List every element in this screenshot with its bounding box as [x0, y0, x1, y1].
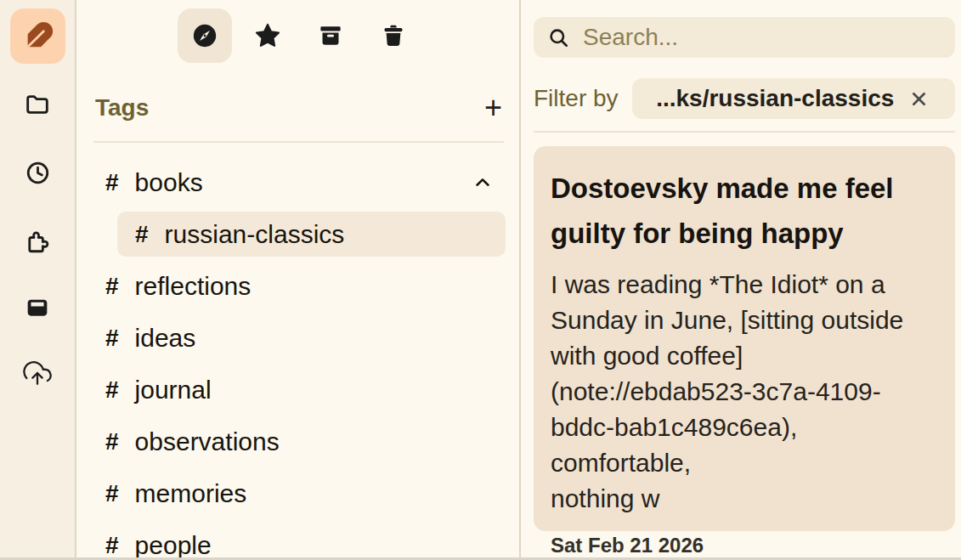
filter-chip-russian-classics[interactable]: ...ks/russian-classics	[632, 78, 955, 119]
notes-divider	[534, 131, 955, 133]
tag-item-reflections[interactable]: # reflections	[92, 263, 506, 308]
puzzle-icon	[23, 226, 52, 255]
filter-by-label: Filter by	[534, 85, 619, 112]
icon-rail	[0, 0, 76, 560]
hash-icon: #	[105, 169, 119, 196]
tag-item-ideas[interactable]: # ideas	[92, 315, 506, 360]
chevron-up-icon[interactable]	[472, 172, 494, 194]
inbox-button[interactable]	[23, 293, 52, 322]
clock-history-icon	[24, 159, 52, 187]
favorites-button[interactable]	[240, 8, 295, 63]
search-icon	[547, 26, 570, 49]
plugins-button[interactable]	[23, 226, 52, 255]
hash-icon: #	[105, 532, 119, 559]
compass-icon	[190, 21, 219, 50]
note-date: Sat Feb 21 2026	[551, 534, 938, 557]
filter-row: Filter by ...ks/russian-classics	[534, 78, 955, 119]
archive-icon	[316, 21, 345, 50]
archive-button[interactable]	[303, 8, 358, 63]
hash-icon: #	[105, 480, 119, 507]
recent-notes-button[interactable]	[23, 158, 52, 187]
tag-item-journal[interactable]: # journal	[92, 367, 506, 412]
search-input[interactable]	[583, 24, 941, 51]
hash-icon: #	[105, 325, 119, 352]
tags-divider	[93, 141, 504, 143]
add-tag-button[interactable]: +	[484, 93, 502, 123]
tag-item-people[interactable]: # people	[92, 523, 506, 560]
hash-icon: #	[105, 428, 119, 455]
tag-item-memories[interactable]: # memories	[92, 471, 506, 516]
sidebar-toolbar	[78, 8, 519, 63]
remove-filter-icon[interactable]	[907, 88, 930, 110]
note-title: Dostoevsky made me feel guilty for being…	[551, 166, 938, 256]
inbox-icon	[23, 293, 52, 322]
note-card[interactable]: Dostoevsky made me feel guilty for being…	[534, 146, 955, 531]
app-window: Tags + # books # russian-classics # refl…	[0, 0, 961, 560]
note-excerpt: I was reading *The Idiot* on a Sunday in…	[551, 267, 938, 517]
tag-item-observations[interactable]: # observations	[92, 419, 506, 464]
tag-item-books[interactable]: # books	[92, 160, 506, 205]
sync-button[interactable]	[23, 359, 52, 387]
tags-header: Tags +	[78, 90, 519, 126]
hash-icon: #	[105, 273, 119, 300]
tags-panel: Tags + # books # russian-classics # refl…	[78, 0, 521, 560]
tag-item-russian-classics[interactable]: # russian-classics	[117, 212, 506, 257]
hash-icon: #	[105, 376, 119, 404]
cloud-upload-icon	[23, 359, 52, 387]
tags-panel-title: Tags	[95, 94, 149, 122]
notes-compass-button[interactable]	[178, 8, 232, 63]
folders-button[interactable]	[23, 90, 52, 119]
trash-icon	[379, 21, 408, 50]
tag-list: # books # russian-classics # reflections…	[78, 160, 519, 560]
feather-logo-icon	[22, 20, 54, 53]
star-icon	[253, 21, 282, 50]
notes-panel: Filter by ...ks/russian-classics Dostoev…	[521, 0, 961, 560]
app-logo-button[interactable]	[10, 8, 65, 64]
trash-button[interactable]	[366, 8, 421, 63]
folder-icon	[23, 90, 52, 119]
search-bar[interactable]	[534, 17, 955, 58]
filter-chip-label: ...ks/russian-classics	[656, 85, 894, 112]
hash-icon: #	[135, 221, 149, 248]
